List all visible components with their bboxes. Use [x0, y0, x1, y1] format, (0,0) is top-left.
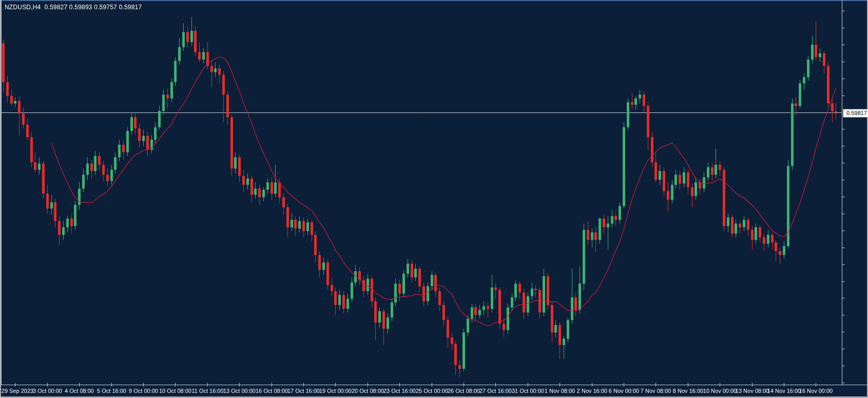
time-tick-label: 5 Oct 16:00 [97, 388, 126, 394]
time-tick-label: 6 Nov 00:00 [609, 388, 639, 394]
time-tick-label: 9 Oct 00:00 [129, 388, 158, 394]
time-tick-label: 29 Sep 2023 [2, 388, 33, 394]
time-tick-label: 20 Oct 08:00 [352, 388, 384, 394]
time-tick-label: 1 Nov 08:00 [545, 388, 575, 394]
time-tick-label: 13 Oct 00:00 [223, 388, 256, 394]
time-tick-label: 4 Oct 08:00 [65, 388, 94, 394]
time-tick-label: 31 Oct 00:00 [512, 388, 544, 394]
time-tick-label: 10 Nov 00:00 [703, 388, 737, 394]
time-axis[interactable]: 29 Sep 20233 Oct 00:004 Oct 08:005 Oct 1… [0, 385, 868, 396]
time-tick-label: 14 Nov 16:00 [767, 388, 801, 394]
time-tick-label: 11 Oct 16:00 [191, 388, 223, 394]
price-axis[interactable]: 0.606300.604950.603600.602250.600900.599… [842, 0, 868, 385]
time-tick-label: 7 Nov 08:00 [641, 388, 671, 394]
time-tick-label: 8 Nov 16:00 [673, 388, 703, 394]
time-tick-label: 19 Oct 00:00 [319, 388, 352, 394]
chart-title-ohlc: NZDUSD,H4 0.59827 0.59893 0.59757 0.5981… [5, 4, 142, 11]
time-tick-label: 23 Oct 16:00 [383, 388, 416, 394]
candlestick-chart-canvas[interactable] [0, 0, 868, 398]
time-tick-label: 16 Nov 00:00 [799, 388, 833, 394]
current-price-label: 0.59817 [843, 109, 868, 118]
time-tick-label: 26 Oct 08:00 [448, 388, 480, 394]
time-tick-label: 10 Oct 08:00 [159, 388, 191, 394]
time-tick-label: 3 Oct 00:00 [33, 388, 62, 394]
time-tick-label: 25 Oct 00:00 [416, 388, 448, 394]
time-tick-label: 2 Nov 16:00 [577, 388, 607, 394]
time-tick-label: 17 Oct 16:00 [287, 388, 320, 394]
time-tick-label: 13 Nov 08:00 [736, 388, 769, 394]
time-tick-label: 27 Oct 16:00 [479, 388, 512, 394]
time-tick-label: 16 Oct 08:00 [256, 388, 288, 394]
chart-window: NZDUSD,H4 0.59827 0.59893 0.59757 0.5981… [0, 0, 868, 398]
